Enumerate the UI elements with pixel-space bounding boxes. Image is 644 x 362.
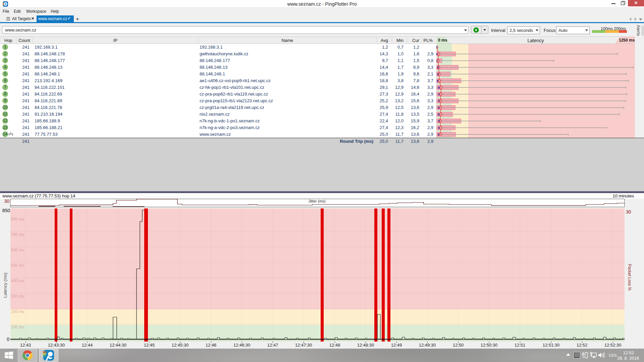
svg-text:30: 30 bbox=[4, 199, 9, 204]
svg-text:300 ms: 300 ms bbox=[11, 294, 24, 299]
svg-text:100 ms: 100 ms bbox=[11, 325, 24, 329]
svg-text:Latency (ms): Latency (ms) bbox=[3, 273, 8, 298]
svg-text:x: x bbox=[438, 119, 440, 123]
svg-text:x: x bbox=[436, 78, 439, 83]
svg-text:x: x bbox=[438, 92, 440, 97]
svg-text:x: x bbox=[438, 125, 440, 130]
svg-text:800 ms: 800 ms bbox=[11, 217, 24, 222]
svg-text:500 ms: 500 ms bbox=[11, 263, 24, 268]
svg-text:200 ms: 200 ms bbox=[11, 309, 24, 314]
svg-text:0: 0 bbox=[7, 337, 9, 342]
svg-text:850: 850 bbox=[2, 208, 10, 213]
svg-text:x: x bbox=[437, 105, 440, 110]
svg-text:x: x bbox=[436, 52, 438, 56]
svg-text:700 ms: 700 ms bbox=[11, 232, 24, 237]
svg-text:600 ms: 600 ms bbox=[11, 248, 24, 252]
svg-text:x: x bbox=[437, 65, 439, 70]
svg-text:400 ms: 400 ms bbox=[11, 279, 24, 283]
svg-text:Jitter (ms): Jitter (ms) bbox=[308, 199, 325, 203]
svg-text:Packet Loss %: Packet Loss % bbox=[627, 264, 632, 291]
svg-text:x: x bbox=[436, 45, 438, 50]
svg-text:30: 30 bbox=[626, 209, 631, 215]
svg-text:x: x bbox=[437, 132, 440, 137]
svg-text:x: x bbox=[437, 72, 439, 76]
